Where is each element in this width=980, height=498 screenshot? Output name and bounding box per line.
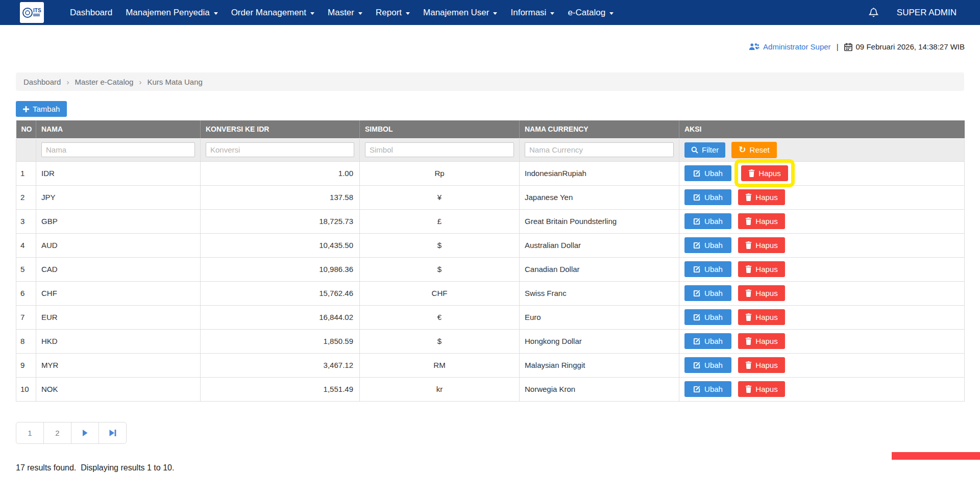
- ubah-button[interactable]: Ubah: [684, 213, 731, 229]
- filter-nama-input[interactable]: [41, 142, 195, 157]
- cell-aksi: Ubah Hapus: [679, 329, 965, 353]
- cell-nama: AUD: [36, 233, 201, 257]
- cell-konversi: 1,551.49: [201, 377, 360, 401]
- column-header-simbol: SIMBOL: [360, 120, 520, 138]
- cell-simbol: kr: [360, 377, 520, 401]
- nav-item-manajemen-penyedia[interactable]: Manajemen Penyedia: [119, 0, 224, 25]
- cell-konversi: 3,467.12: [201, 353, 360, 377]
- trash-icon: [745, 265, 752, 273]
- cell-no: 3: [16, 209, 36, 233]
- filter-button[interactable]: Filter: [684, 142, 725, 158]
- table-row: 3 GBP 18,725.73 £ Great Britain Poundste…: [16, 209, 965, 233]
- edit-pencil-icon: [693, 361, 701, 369]
- cell-no: 10: [16, 377, 36, 401]
- plus-icon: [23, 106, 29, 112]
- next-page-button[interactable]: [71, 422, 99, 444]
- hapus-button[interactable]: Hapus: [738, 381, 785, 397]
- ubah-button[interactable]: Ubah: [684, 285, 731, 301]
- navbar-user-label[interactable]: SUPER ADMIN: [897, 8, 957, 18]
- cell-simbol: €: [360, 305, 520, 329]
- page-number-button-1[interactable]: 1: [16, 422, 44, 444]
- breadcrumb-item-dashboard[interactable]: Dashboard: [23, 78, 61, 86]
- hapus-button[interactable]: Hapus: [738, 333, 785, 349]
- search-icon: [691, 146, 698, 154]
- cell-currency: Hongkong Dollar: [520, 329, 679, 353]
- ubah-button[interactable]: Ubah: [684, 261, 731, 277]
- tambah-button[interactable]: Tambah: [16, 101, 67, 117]
- edit-pencil-icon: [693, 193, 701, 201]
- page-number-button-2[interactable]: 2: [43, 422, 71, 444]
- hapus-button[interactable]: Hapus: [738, 357, 785, 373]
- cell-currency: Australian Dollar: [520, 233, 679, 257]
- edit-pencil-icon: [693, 265, 701, 273]
- hapus-button[interactable]: Hapus: [738, 261, 785, 277]
- cell-no: 5: [16, 257, 36, 281]
- cell-nama: IDR: [36, 161, 201, 185]
- ubah-button[interactable]: Ubah: [684, 357, 731, 373]
- hapus-button[interactable]: Hapus: [738, 213, 785, 229]
- cell-konversi: 18,725.73: [201, 209, 360, 233]
- hapus-button[interactable]: Hapus: [738, 189, 785, 205]
- tambah-label: Tambah: [33, 105, 60, 113]
- cell-no: 9: [16, 353, 36, 377]
- trash-icon: [745, 313, 752, 321]
- hapus-button[interactable]: Hapus: [738, 309, 785, 325]
- cell-nama: GBP: [36, 209, 201, 233]
- breadcrumb-item-kurs-mata-uang[interactable]: Kurs Mata Uang: [147, 78, 202, 86]
- chevron-down-icon: [609, 12, 614, 15]
- cell-konversi: 16,844.02: [201, 305, 360, 329]
- ubah-button[interactable]: Ubah: [684, 189, 731, 205]
- ubah-button[interactable]: Ubah: [684, 165, 731, 181]
- current-user-link[interactable]: Administrator Super: [763, 42, 831, 51]
- user-info-bar: Administrator Super | 09 Februari 2026, …: [0, 25, 980, 51]
- reset-button[interactable]: ↻ Reset: [731, 142, 776, 158]
- cell-nama: HKD: [36, 329, 201, 353]
- cell-no: 2: [16, 185, 36, 209]
- notifications-bell-icon[interactable]: [869, 7, 878, 18]
- its-logo[interactable]: ITS: [20, 2, 44, 23]
- edit-pencil-icon: [693, 313, 701, 321]
- ubah-button[interactable]: Ubah: [684, 333, 731, 349]
- nav-item-manajemen-user[interactable]: Manajemen User: [416, 0, 504, 25]
- svg-text:ITS: ITS: [33, 8, 41, 13]
- filter-konversi-input[interactable]: [206, 142, 354, 157]
- ubah-button[interactable]: Ubah: [684, 309, 731, 325]
- nav-item-order-management[interactable]: Order Management: [225, 0, 321, 25]
- nav-item-dashboard[interactable]: Dashboard: [63, 0, 119, 25]
- chevron-down-icon: [550, 12, 554, 15]
- ubah-button[interactable]: Ubah: [684, 237, 731, 253]
- ubah-button[interactable]: Ubah: [684, 381, 731, 397]
- table-row: 5 CAD 10,986.36 $ Canadian Dollar Ubah: [16, 257, 965, 281]
- hapus-button[interactable]: Hapus: [738, 237, 785, 253]
- filter-simbol-input[interactable]: [365, 142, 514, 157]
- cell-simbol: RM: [360, 353, 520, 377]
- its-logo-icon: ITS: [22, 4, 42, 21]
- breadcrumb-item-master-e-catalog[interactable]: Master e-Catalog: [75, 78, 133, 86]
- nav-item-e-catalog[interactable]: e-Catalog: [561, 0, 620, 25]
- trash-icon: [745, 241, 752, 249]
- cell-konversi: 1,850.59: [201, 329, 360, 353]
- nav-item-report[interactable]: Report: [369, 0, 416, 25]
- cell-no: 4: [16, 233, 36, 257]
- calendar-icon: [844, 43, 852, 51]
- highlight-box: Hapus: [738, 213, 785, 229]
- refresh-icon: ↻: [739, 145, 746, 154]
- table-row: 7 EUR 16,844.02 € Euro Ubah: [16, 305, 965, 329]
- hapus-button[interactable]: Hapus: [741, 165, 788, 181]
- cell-aksi: Ubah Hapus: [679, 233, 965, 257]
- nav-item-master[interactable]: Master: [321, 0, 369, 25]
- nav-item-informasi[interactable]: Informasi: [504, 0, 561, 25]
- cell-currency: Norwegia Kron: [520, 377, 679, 401]
- edit-pencil-icon: [693, 289, 701, 297]
- table-row: 2 JPY 137.58 ¥ Japanese Yen Ubah: [16, 185, 965, 209]
- hapus-button[interactable]: Hapus: [738, 285, 785, 301]
- filter-currency-input[interactable]: [525, 142, 674, 157]
- trash-icon: [748, 169, 755, 177]
- table-row: 8 HKD 1,850.59 $ Hongkong Dollar Ubah: [16, 329, 965, 353]
- table-row: 1 IDR 1.00 Rp IndonesianRupiah Ubah: [16, 161, 965, 185]
- last-page-icon: [109, 429, 117, 437]
- filter-cell-empty: [16, 138, 36, 161]
- cell-nama: NOK: [36, 377, 201, 401]
- results-summary: 17 results found. Displaying results 1 t…: [16, 463, 980, 472]
- last-page-button[interactable]: [99, 422, 127, 444]
